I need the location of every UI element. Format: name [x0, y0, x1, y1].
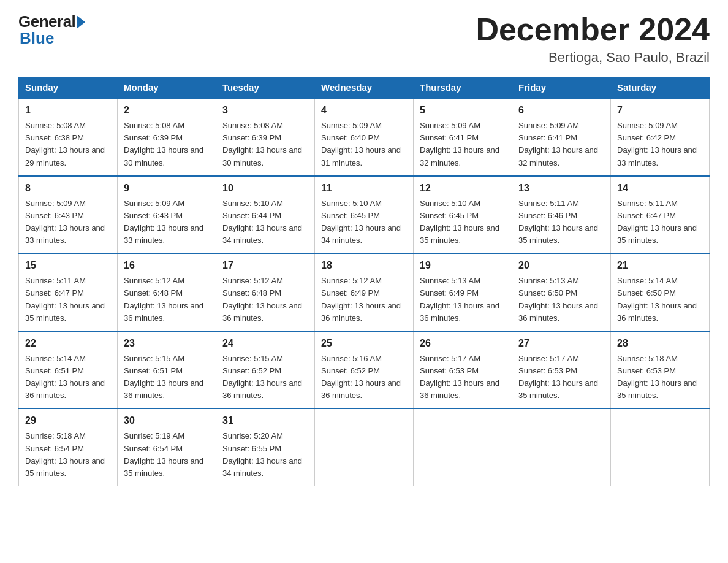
day-number: 21 — [617, 258, 703, 273]
day-info: Sunrise: 5:18 AMSunset: 6:54 PMDaylight:… — [25, 430, 111, 480]
calendar-cell: 1 Sunrise: 5:08 AMSunset: 6:38 PMDayligh… — [19, 98, 118, 176]
day-number: 2 — [124, 103, 210, 118]
calendar-cell: 30 Sunrise: 5:19 AMSunset: 6:54 PMDaylig… — [118, 408, 216, 486]
day-number: 23 — [124, 336, 210, 351]
day-header-sunday: Sunday — [19, 77, 118, 99]
calendar-cell: 6 Sunrise: 5:09 AMSunset: 6:41 PMDayligh… — [512, 98, 611, 176]
day-info: Sunrise: 5:09 AMSunset: 6:43 PMDaylight:… — [25, 197, 111, 247]
day-info: Sunrise: 5:18 AMSunset: 6:53 PMDaylight:… — [617, 353, 703, 402]
day-info: Sunrise: 5:14 AMSunset: 6:51 PMDaylight:… — [25, 353, 111, 402]
day-number: 27 — [518, 336, 604, 351]
day-number: 16 — [124, 258, 210, 273]
calendar-cell: 21 Sunrise: 5:14 AMSunset: 6:50 PMDaylig… — [611, 253, 710, 331]
calendar-cell: 5 Sunrise: 5:09 AMSunset: 6:41 PMDayligh… — [414, 98, 512, 176]
month-year-title: December 2024 — [476, 12, 710, 47]
day-number: 31 — [222, 413, 308, 428]
calendar-week-row: 29 Sunrise: 5:18 AMSunset: 6:54 PMDaylig… — [19, 408, 710, 486]
calendar-cell: 26 Sunrise: 5:17 AMSunset: 6:53 PMDaylig… — [414, 331, 512, 409]
calendar-cell: 8 Sunrise: 5:09 AMSunset: 6:43 PMDayligh… — [19, 176, 118, 254]
calendar-week-row: 1 Sunrise: 5:08 AMSunset: 6:38 PMDayligh… — [19, 98, 710, 176]
day-info: Sunrise: 5:12 AMSunset: 6:49 PMDaylight:… — [321, 275, 407, 324]
calendar-header-row: SundayMondayTuesdayWednesdayThursdayFrid… — [19, 77, 710, 99]
calendar-cell: 22 Sunrise: 5:14 AMSunset: 6:51 PMDaylig… — [19, 331, 118, 409]
day-info: Sunrise: 5:11 AMSunset: 6:47 PMDaylight:… — [25, 275, 111, 324]
day-info: Sunrise: 5:11 AMSunset: 6:46 PMDaylight:… — [518, 197, 604, 247]
day-info: Sunrise: 5:13 AMSunset: 6:50 PMDaylight:… — [518, 275, 604, 324]
day-number: 25 — [321, 336, 407, 351]
day-number: 26 — [420, 336, 506, 351]
day-number: 17 — [222, 258, 308, 273]
calendar-table: SundayMondayTuesdayWednesdayThursdayFrid… — [18, 77, 710, 486]
title-area: December 2024 Bertioga, Sao Paulo, Brazi… — [476, 12, 710, 66]
day-info: Sunrise: 5:08 AMSunset: 6:39 PMDaylight:… — [222, 120, 308, 169]
day-number: 4 — [321, 103, 407, 118]
calendar-cell: 16 Sunrise: 5:12 AMSunset: 6:48 PMDaylig… — [118, 253, 216, 331]
day-number: 11 — [321, 181, 407, 196]
calendar-cell: 2 Sunrise: 5:08 AMSunset: 6:39 PMDayligh… — [118, 98, 216, 176]
day-number: 6 — [518, 103, 604, 118]
logo-arrow-icon — [77, 15, 85, 29]
day-number: 29 — [25, 413, 111, 428]
day-header-tuesday: Tuesday — [216, 77, 315, 99]
calendar-cell: 3 Sunrise: 5:08 AMSunset: 6:39 PMDayligh… — [216, 98, 315, 176]
day-number: 1 — [25, 103, 111, 118]
day-info: Sunrise: 5:09 AMSunset: 6:43 PMDaylight:… — [124, 197, 210, 247]
day-number: 8 — [25, 181, 111, 196]
day-number: 18 — [321, 258, 407, 273]
calendar-cell: 29 Sunrise: 5:18 AMSunset: 6:54 PMDaylig… — [19, 408, 118, 486]
day-number: 30 — [124, 413, 210, 428]
calendar-cell: 15 Sunrise: 5:11 AMSunset: 6:47 PMDaylig… — [19, 253, 118, 331]
calendar-week-row: 15 Sunrise: 5:11 AMSunset: 6:47 PMDaylig… — [19, 253, 710, 331]
day-info: Sunrise: 5:13 AMSunset: 6:49 PMDaylight:… — [420, 275, 506, 324]
day-info: Sunrise: 5:10 AMSunset: 6:45 PMDaylight:… — [420, 197, 506, 247]
calendar-cell: 7 Sunrise: 5:09 AMSunset: 6:42 PMDayligh… — [611, 98, 710, 176]
day-number: 20 — [518, 258, 604, 273]
day-info: Sunrise: 5:15 AMSunset: 6:52 PMDaylight:… — [222, 353, 308, 402]
calendar-cell: 28 Sunrise: 5:18 AMSunset: 6:53 PMDaylig… — [611, 331, 710, 409]
calendar-cell: 19 Sunrise: 5:13 AMSunset: 6:49 PMDaylig… — [414, 253, 512, 331]
calendar-cell: 25 Sunrise: 5:16 AMSunset: 6:52 PMDaylig… — [315, 331, 414, 409]
logo-blue-text: Blue — [18, 29, 54, 48]
calendar-cell: 18 Sunrise: 5:12 AMSunset: 6:49 PMDaylig… — [315, 253, 414, 331]
calendar-cell: 9 Sunrise: 5:09 AMSunset: 6:43 PMDayligh… — [118, 176, 216, 254]
day-info: Sunrise: 5:11 AMSunset: 6:47 PMDaylight:… — [617, 197, 703, 247]
day-info: Sunrise: 5:14 AMSunset: 6:50 PMDaylight:… — [617, 275, 703, 324]
calendar-cell: 20 Sunrise: 5:13 AMSunset: 6:50 PMDaylig… — [512, 253, 611, 331]
calendar-cell: 10 Sunrise: 5:10 AMSunset: 6:44 PMDaylig… — [216, 176, 315, 254]
day-info: Sunrise: 5:12 AMSunset: 6:48 PMDaylight:… — [124, 275, 210, 324]
calendar-cell: 14 Sunrise: 5:11 AMSunset: 6:47 PMDaylig… — [611, 176, 710, 254]
calendar-cell — [414, 408, 512, 486]
day-header-wednesday: Wednesday — [315, 77, 414, 99]
calendar-cell: 4 Sunrise: 5:09 AMSunset: 6:40 PMDayligh… — [315, 98, 414, 176]
logo: General Blue — [18, 12, 85, 48]
day-number: 7 — [617, 103, 703, 118]
location-subtitle: Bertioga, Sao Paulo, Brazil — [476, 50, 710, 66]
day-number: 22 — [25, 336, 111, 351]
day-number: 5 — [420, 103, 506, 118]
day-number: 28 — [617, 336, 703, 351]
day-header-saturday: Saturday — [611, 77, 710, 99]
day-number: 15 — [25, 258, 111, 273]
day-info: Sunrise: 5:09 AMSunset: 6:42 PMDaylight:… — [617, 120, 703, 169]
day-number: 24 — [222, 336, 308, 351]
day-info: Sunrise: 5:10 AMSunset: 6:45 PMDaylight:… — [321, 197, 407, 247]
calendar-cell: 31 Sunrise: 5:20 AMSunset: 6:55 PMDaylig… — [216, 408, 315, 486]
day-info: Sunrise: 5:09 AMSunset: 6:41 PMDaylight:… — [518, 120, 604, 169]
day-info: Sunrise: 5:09 AMSunset: 6:40 PMDaylight:… — [321, 120, 407, 169]
calendar-cell — [611, 408, 710, 486]
day-number: 3 — [222, 103, 308, 118]
calendar-cell: 12 Sunrise: 5:10 AMSunset: 6:45 PMDaylig… — [414, 176, 512, 254]
day-info: Sunrise: 5:17 AMSunset: 6:53 PMDaylight:… — [518, 353, 604, 402]
calendar-week-row: 8 Sunrise: 5:09 AMSunset: 6:43 PMDayligh… — [19, 176, 710, 254]
calendar-cell — [315, 408, 414, 486]
day-info: Sunrise: 5:10 AMSunset: 6:44 PMDaylight:… — [222, 197, 308, 247]
calendar-week-row: 22 Sunrise: 5:14 AMSunset: 6:51 PMDaylig… — [19, 331, 710, 409]
day-header-monday: Monday — [118, 77, 216, 99]
day-info: Sunrise: 5:17 AMSunset: 6:53 PMDaylight:… — [420, 353, 506, 402]
calendar-cell: 11 Sunrise: 5:10 AMSunset: 6:45 PMDaylig… — [315, 176, 414, 254]
day-number: 13 — [518, 181, 604, 196]
day-number: 19 — [420, 258, 506, 273]
day-info: Sunrise: 5:08 AMSunset: 6:39 PMDaylight:… — [124, 120, 210, 169]
day-number: 12 — [420, 181, 506, 196]
calendar-cell: 13 Sunrise: 5:11 AMSunset: 6:46 PMDaylig… — [512, 176, 611, 254]
